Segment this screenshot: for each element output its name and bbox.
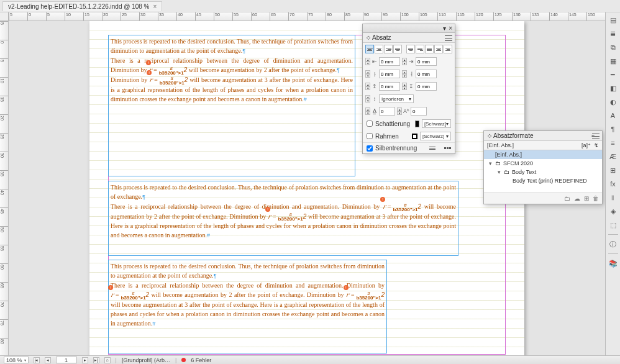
shading-checkbox[interactable] — [367, 121, 373, 127]
stepper[interactable]: ▴▾ — [402, 83, 407, 90]
panel-title-label: Absatz — [372, 34, 391, 41]
text-frame[interactable]: This process is repeated to the desired … — [108, 181, 458, 256]
color-panel-icon[interactable]: ◧ — [608, 83, 618, 93]
new-style-icon[interactable]: ⊞ — [584, 195, 589, 202]
border-label: Rahmen — [375, 133, 399, 140]
para-panel-icon[interactable]: ¶ — [608, 124, 618, 134]
panel-menu-icon[interactable] — [445, 34, 452, 42]
style-row[interactable]: ▾🗀SFCM 2020 — [484, 159, 602, 168]
justify-last-right-button[interactable] — [416, 45, 424, 53]
wrap-panel-icon[interactable]: ⬚ — [608, 220, 618, 230]
folder-icon: 🗀 — [495, 160, 501, 166]
ruler-horizontal[interactable]: 5051015202530354045505560657075808590951… — [9, 12, 605, 21]
style-row[interactable]: [Einf. Abs.] — [484, 150, 602, 159]
justify-last-left-button[interactable] — [393, 45, 402, 53]
stepper[interactable]: ▴▾ — [365, 58, 370, 65]
fx-panel-icon[interactable]: fx — [608, 179, 618, 189]
zoom-select[interactable]: 108 %▾ — [4, 357, 29, 363]
collapse-icon[interactable]: ▾ — [443, 25, 446, 32]
first-line-icon: ⸠ — [372, 71, 378, 77]
align-away-spine-button[interactable] — [444, 45, 452, 53]
align-center-button[interactable] — [375, 45, 383, 53]
pages-panel-icon[interactable]: ▤ — [608, 15, 618, 25]
dropcap-lines-input[interactable] — [379, 107, 395, 116]
panel-menu-icon[interactable] — [592, 132, 599, 140]
space-before-input[interactable] — [379, 82, 400, 91]
clear-override-icon[interactable]: ↯ — [594, 142, 599, 148]
panel-drag-header[interactable]: ▾ × — [363, 24, 455, 33]
glyphs-panel-icon[interactable]: Æ — [608, 152, 618, 162]
document-tab[interactable]: v2-Leading help-EDITED-15.1.2.226.indd @… — [2, 1, 162, 11]
justify-all-button[interactable] — [425, 45, 434, 53]
indent-right-input[interactable] — [416, 57, 437, 66]
char-panel-icon[interactable]: A — [608, 111, 618, 121]
cc-library-icon[interactable]: ☁ — [574, 195, 580, 202]
stroke-panel-icon[interactable]: ━ — [608, 70, 618, 80]
info-panel-icon[interactable]: ⓘ — [608, 239, 618, 249]
panel-title-label: Absatzformate — [493, 132, 533, 139]
links-panel-icon[interactable]: ⧉ — [608, 42, 618, 52]
stepper[interactable]: ▴▾ — [365, 95, 370, 102]
close-icon[interactable]: × — [153, 3, 157, 10]
hyphenation-checkbox[interactable] — [367, 145, 373, 152]
ruler-origin[interactable] — [0, 12, 9, 21]
disclosure-icon[interactable]: ▾ — [496, 169, 501, 175]
open-nav-button[interactable]: ⌂ — [104, 357, 111, 363]
ruler-vertical[interactable]: 5051015202530354045505560657075808590951… — [0, 21, 9, 355]
style-row[interactable]: Body Text (print) REDEFINED — [484, 176, 602, 185]
align-spine-button[interactable] — [434, 45, 443, 53]
table-panel-icon[interactable]: ⊞ — [608, 165, 618, 175]
style-row[interactable]: ▾🗀Body Text — [484, 168, 602, 176]
last-line-input[interactable] — [416, 70, 437, 78]
stepper[interactable]: ▴▾ — [402, 58, 407, 65]
status-bar: 108 %▾ |◂ ◂ 1 ▸ ▸| ⌂ | [Grundprofil] (Ar… — [0, 355, 620, 364]
paragraph-panel: ▾ × ◇ Absatz ▴▾⇤ ▴▾⇥ ▴▾⸠ ▴▾⸡ ▴▾↥ — [362, 24, 455, 154]
override-icon[interactable]: [a]⁺ — [581, 142, 591, 148]
stepper[interactable]: ▴▾ — [397, 107, 402, 115]
align-left-button[interactable] — [365, 45, 374, 53]
close-icon[interactable]: × — [449, 25, 452, 32]
dropcap-chars-icon: Aᵇ — [403, 108, 409, 114]
folder-icon[interactable]: 🗀 — [564, 195, 570, 202]
align-panel-icon[interactable]: ⫴ — [608, 193, 618, 202]
border-checkbox[interactable] — [367, 133, 373, 139]
delete-style-icon[interactable]: 🗑 — [593, 195, 599, 202]
border-swatch-icon[interactable] — [412, 134, 417, 139]
first-line-input[interactable] — [379, 70, 400, 78]
error-count-label[interactable]: 6 Fehler — [191, 357, 211, 363]
page-number-input[interactable]: 1 — [56, 357, 77, 363]
layers-panel-icon[interactable]: ≣ — [608, 29, 618, 39]
align-group-left — [365, 45, 402, 53]
hyphenation-label: Silbentrennung — [375, 145, 417, 152]
swatches-panel-icon[interactable]: ▦ — [608, 56, 618, 66]
shading-swatch-icon[interactable] — [415, 121, 419, 127]
stepper[interactable]: ▴▾ — [365, 107, 370, 115]
gradient-panel-icon[interactable]: ◐ — [608, 97, 618, 107]
last-page-button[interactable]: ▸| — [93, 357, 99, 363]
page: This process is repeated to the desired … — [89, 21, 524, 355]
lib-panel-icon[interactable]: 📚 — [608, 258, 618, 268]
dropcap-chars-input[interactable] — [411, 107, 427, 116]
grid-view-icon[interactable] — [444, 147, 451, 149]
shading-swatch-select[interactable]: [Schwarz]▾ — [422, 119, 451, 128]
stepper[interactable]: ▴▾ — [402, 70, 407, 78]
justify-last-center-button[interactable] — [406, 45, 415, 53]
pathfinder-panel-icon[interactable]: ◈ — [608, 206, 618, 216]
right-panel-dock: ▤≣⧉▦━◧◐A¶≡Æ⊞fx⫴◈⬚ⓘ📚 — [605, 12, 620, 355]
first-page-button[interactable]: |◂ — [34, 357, 40, 363]
prev-page-button[interactable]: ◂ — [45, 357, 51, 363]
text-frame[interactable]: This process is repeated to the desired … — [108, 35, 355, 176]
indent-left-input[interactable] — [379, 57, 400, 66]
preflight-profile-label[interactable]: [Grundprofil] (Arb… — [122, 357, 170, 363]
text-frame[interactable]: This process is repeated to the desired … — [108, 260, 387, 353]
disclosure-icon[interactable]: ▾ — [488, 160, 493, 166]
next-page-button[interactable]: ▸ — [82, 357, 88, 363]
list-view-icon[interactable] — [429, 147, 435, 150]
stepper[interactable]: ▴▾ — [365, 83, 370, 90]
story-panel-icon[interactable]: ≡ — [608, 138, 618, 148]
auto-leading-select[interactable]: Ignorieren▾ — [379, 94, 414, 103]
border-swatch-select[interactable]: [Schwarz]▾ — [420, 132, 451, 140]
align-right-button[interactable] — [384, 45, 393, 53]
space-after-input[interactable] — [416, 82, 437, 91]
stepper[interactable]: ▴▾ — [365, 70, 370, 78]
